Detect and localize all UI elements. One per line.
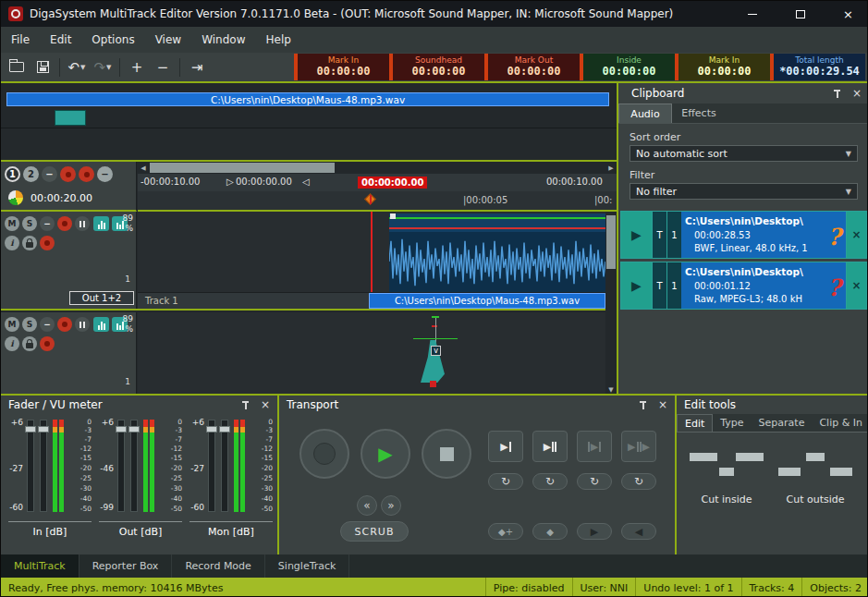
menu-edit[interactable]: Edit <box>40 28 81 52</box>
record-arm-button[interactable] <box>57 216 72 231</box>
scroll-left-icon[interactable]: ◀ <box>138 162 149 174</box>
horizontal-scrollbar[interactable]: ◀ ▶ <box>138 162 617 174</box>
maximize-button[interactable] <box>779 1 821 27</box>
fader-slider[interactable] <box>130 420 138 512</box>
vu-meter-icon[interactable] <box>93 216 109 231</box>
close-panel-button[interactable]: × <box>850 87 863 100</box>
tab-reporter-box[interactable]: Reporter Box <box>79 554 173 578</box>
mute-button[interactable]: M <box>5 216 19 231</box>
info-button[interactable]: i <box>5 236 19 250</box>
marker-button[interactable]: ◆ <box>532 523 568 540</box>
fader-slider[interactable] <box>208 420 215 512</box>
color-wheel-icon[interactable] <box>8 190 23 205</box>
minimize-track-button[interactable]: − <box>40 317 55 332</box>
scrollbar-thumb[interactable] <box>606 215 616 269</box>
fader-handle[interactable] <box>219 426 230 433</box>
play-around-button[interactable]: ▶▶ <box>621 431 656 462</box>
tab-multitrack[interactable]: MultiTrack <box>1 554 79 578</box>
close-panel-button[interactable]: × <box>259 398 272 411</box>
scrollbar-thumb[interactable] <box>150 163 335 173</box>
fader-slider[interactable] <box>27 420 34 512</box>
record-button[interactable] <box>40 236 55 250</box>
save-button[interactable] <box>31 56 55 79</box>
record-button[interactable] <box>40 336 55 351</box>
fader-handle[interactable] <box>38 426 49 433</box>
fader-handle[interactable] <box>128 426 140 433</box>
record-button[interactable] <box>300 429 349 479</box>
minimize-button[interactable] <box>731 1 773 27</box>
add-marker-button[interactable]: ◆+ <box>488 523 523 540</box>
collapse-button[interactable]: − <box>42 166 57 182</box>
play-button[interactable]: ▶ <box>361 429 410 479</box>
lock-button[interactable] <box>22 336 37 351</box>
clipboard-entry[interactable]: ▶ T 1 C:\Users\nin\Desktop\ 00:00:28.53 … <box>620 211 867 259</box>
ruler-times[interactable]: -00:00:10.00 ▷ 00:00:00.00 ◁ 00:00:00.00… <box>138 174 617 191</box>
play-selection-button[interactable]: ▶ <box>577 431 612 462</box>
menu-help[interactable]: Help <box>255 28 300 52</box>
undo-button[interactable]: ↶▼ <box>65 56 89 79</box>
close-panel-button[interactable]: × <box>656 398 669 411</box>
record-enable-2-button[interactable] <box>79 166 94 182</box>
tab-audio[interactable]: Audio <box>618 104 672 123</box>
track-2-lane[interactable]: v <box>138 312 605 396</box>
minimize-track-button[interactable]: − <box>40 216 55 231</box>
clip-handle[interactable] <box>390 213 396 219</box>
entry-details[interactable]: C:\Users\nin\Desktop\ 00:00:01.12 Raw, M… <box>681 262 846 309</box>
play-entry-button[interactable]: ▶ <box>621 262 652 309</box>
play-entry-button[interactable]: ▶ <box>621 212 652 258</box>
filter-select[interactable]: No filter ▼ <box>630 183 858 200</box>
entry-details[interactable]: C:\Users\nin\Desktop\ 00:00:28.53 BWF, L… <box>681 212 846 258</box>
pause-button[interactable] <box>75 317 90 332</box>
lock-button[interactable] <box>22 236 37 250</box>
track-1-lane[interactable]: Track 1 C:\Users\nin\Desktop\Maus-48.mp3… <box>138 212 605 309</box>
fader-handle[interactable] <box>116 426 127 433</box>
loop-button[interactable]: ↻ <box>621 473 656 490</box>
tab-singletrack[interactable]: SingleTrack <box>265 554 350 578</box>
mute-button[interactable]: M <box>5 317 19 332</box>
menu-file[interactable]: File <box>1 28 40 52</box>
layout-2-button[interactable]: 2 <box>23 166 39 182</box>
fader-handle[interactable] <box>25 426 36 433</box>
pin-icon[interactable] <box>639 401 647 409</box>
volume-point-marker[interactable]: v <box>431 346 441 356</box>
tab-clip-in[interactable]: Clip & In <box>812 414 868 432</box>
remove-button[interactable]: − <box>97 166 113 182</box>
zoom-in-button[interactable]: + <box>125 56 149 79</box>
rewind-button[interactable]: « <box>357 495 377 516</box>
loop-button[interactable]: ↻ <box>532 473 568 490</box>
remove-entry-button[interactable]: × <box>846 262 866 309</box>
cut-outside-tool[interactable]: Cut outside <box>773 444 858 536</box>
fader-slider[interactable] <box>117 420 125 512</box>
track-name[interactable]: Track 1 <box>145 296 178 306</box>
vu-meter-icon[interactable] <box>93 317 109 332</box>
pin-icon[interactable] <box>241 401 250 409</box>
output-routing-selector[interactable]: Out 1+2 <box>69 291 134 305</box>
tab-type[interactable]: Type <box>713 414 751 432</box>
play-to-end-button[interactable]: ▶ <box>488 431 523 462</box>
clip-gain-line[interactable] <box>389 217 605 219</box>
menu-view[interactable]: View <box>145 28 191 52</box>
prev-marker-button[interactable]: ◀ <box>621 523 656 540</box>
pause-button[interactable] <box>75 216 90 231</box>
info-button[interactable]: i <box>5 336 19 351</box>
fader-slider[interactable] <box>40 420 47 512</box>
vertical-scrollbar[interactable]: ▼ <box>605 212 617 396</box>
forward-button[interactable]: » <box>381 495 401 516</box>
play-pause-button[interactable]: ▶ <box>532 431 568 462</box>
audio-clip[interactable] <box>389 213 605 292</box>
overview-clip[interactable] <box>55 110 86 126</box>
tab-record-mode[interactable]: Record Mode <box>172 554 264 578</box>
playhead-line[interactable] <box>371 212 373 292</box>
overview-file-path[interactable]: C:\Users\nin\Desktop\Maus-48.mp3.wav <box>6 92 609 106</box>
ruler-ticks[interactable]: |00:00:05 |00: <box>138 191 617 210</box>
next-marker-button[interactable]: ▶ <box>577 523 612 540</box>
clip-file-label[interactable]: C:\Users\nin\Desktop\Maus-48.mp3.wav <box>369 293 605 309</box>
record-enable-button[interactable] <box>60 166 76 182</box>
stop-button[interactable] <box>422 429 471 479</box>
redo-button[interactable]: ↷▼ <box>91 56 115 79</box>
pin-icon[interactable] <box>833 90 841 98</box>
solo-button[interactable]: S <box>22 317 37 332</box>
scrub-button[interactable]: SCRUB <box>340 521 409 542</box>
clip-pan-line[interactable] <box>389 227 605 229</box>
tab-edit[interactable]: Edit <box>677 414 713 432</box>
